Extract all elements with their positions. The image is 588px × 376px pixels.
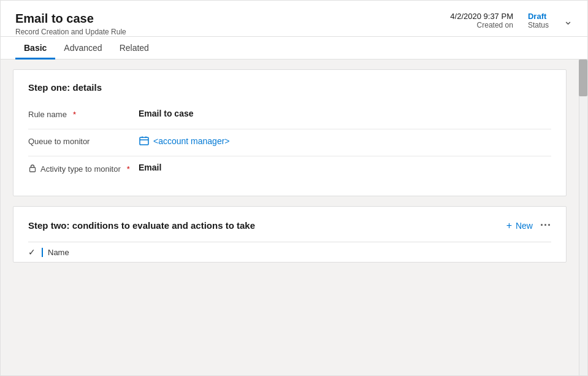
- queue-monitor-value: <account manager>: [139, 136, 551, 147]
- chevron-down-icon[interactable]: ⌄: [563, 14, 573, 28]
- created-date: 4/2/2020 9:37 PM: [450, 12, 513, 21]
- step-two-header: Step two: conditions to evaluate and act…: [28, 219, 551, 232]
- queue-monitor-label: Queue to monitor: [28, 136, 139, 146]
- scroll-thumb[interactable]: [579, 59, 587, 96]
- required-indicator: *: [73, 110, 76, 119]
- new-label: New: [516, 221, 533, 231]
- scrollbar[interactable]: [579, 59, 587, 375]
- header: Email to case Record Creation and Update…: [1, 1, 587, 37]
- plus-icon: +: [506, 220, 512, 231]
- created-on-meta: 4/2/2020 9:37 PM Created on: [450, 12, 513, 29]
- svg-rect-0: [140, 137, 148, 145]
- step-two-actions: + New ···: [506, 219, 551, 232]
- tab-basic[interactable]: Basic: [15, 37, 55, 59]
- step-one-title: Step one: details: [28, 82, 551, 93]
- check-icon: ✓: [28, 247, 36, 257]
- tab-related[interactable]: Related: [111, 37, 158, 59]
- page-title: Email to case: [15, 10, 126, 26]
- header-subtitle: Record Creation and Update Rule: [15, 28, 126, 36]
- main-content: Step one: details Rule name * Email to c…: [1, 59, 587, 375]
- rule-name-label: Rule name *: [28, 109, 139, 119]
- status-block: Draft Status: [528, 12, 549, 29]
- svg-rect-1: [30, 167, 36, 172]
- step-two-card: Step two: conditions to evaluate and act…: [13, 206, 567, 263]
- required-indicator-2: *: [127, 164, 130, 174]
- status-label: Status: [528, 21, 549, 29]
- queue-icon: [139, 136, 150, 147]
- app-container: Email to case Record Creation and Update…: [0, 0, 588, 376]
- table-col-name: Name: [42, 248, 69, 257]
- queue-monitor-row: Queue to monitor <account manager>: [28, 129, 551, 156]
- activity-type-label: Activity type to monitor *: [28, 163, 139, 174]
- tab-advanced[interactable]: Advanced: [55, 37, 110, 59]
- tab-bar: Basic Advanced Related: [1, 37, 587, 59]
- new-button[interactable]: + New: [506, 220, 533, 231]
- activity-type-row: Activity type to monitor * Email: [28, 156, 551, 183]
- step-two-title: Step two: conditions to evaluate and act…: [28, 220, 255, 231]
- header-right: 4/2/2020 9:37 PM Created on Draft Status…: [450, 10, 573, 29]
- step-one-card: Step one: details Rule name * Email to c…: [13, 69, 567, 196]
- lock-icon: [28, 164, 37, 174]
- activity-type-value[interactable]: Email: [139, 163, 551, 172]
- rule-name-value[interactable]: Email to case: [139, 109, 551, 118]
- status-value[interactable]: Draft: [528, 12, 546, 21]
- header-left: Email to case Record Creation and Update…: [15, 10, 126, 36]
- content-area: Step one: details Rule name * Email to c…: [1, 59, 579, 375]
- more-options-button[interactable]: ···: [540, 219, 551, 232]
- queue-manager-link[interactable]: <account manager>: [153, 136, 551, 146]
- table-header-row: ✓ Name: [28, 242, 551, 262]
- created-on-label: Created on: [477, 21, 513, 29]
- rule-name-row: Rule name * Email to case: [28, 102, 551, 129]
